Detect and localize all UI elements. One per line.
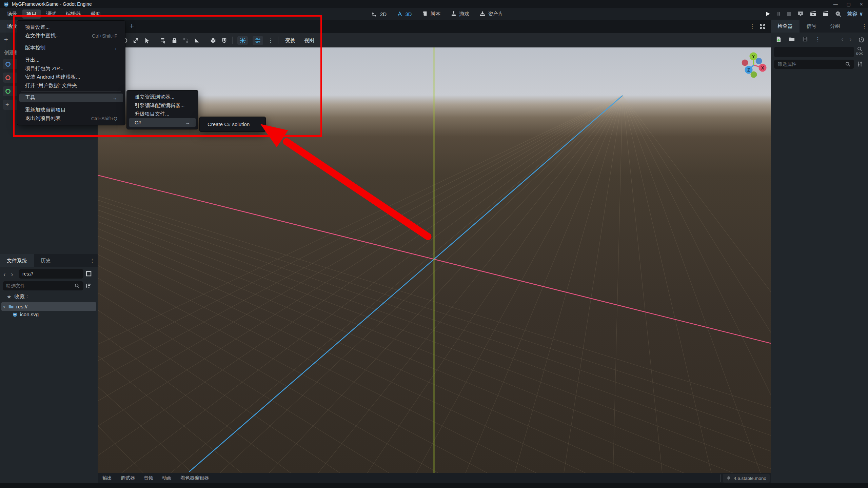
group-icon[interactable] (182, 37, 189, 44)
filter-properties-input[interactable]: 筛选属性 (774, 60, 854, 69)
path-field[interactable]: res:// (19, 269, 83, 279)
new-resource-icon[interactable] (775, 36, 782, 42)
play-current-scene-button[interactable] (810, 11, 816, 17)
menu-item-csharp[interactable]: C#→ (129, 118, 196, 127)
save-resource-icon[interactable] (802, 36, 808, 42)
menu-editor[interactable]: 编辑器 (62, 9, 85, 19)
play-scene-button[interactable] (797, 11, 804, 17)
toolbar-separator (155, 37, 155, 44)
local-space-icon[interactable] (210, 37, 216, 44)
history-forward-icon[interactable]: › (849, 35, 852, 43)
menu-item-orphan-resource-explorer[interactable]: 孤立资源浏览器... (129, 93, 196, 101)
toolbar-separator (205, 37, 205, 44)
viewport-3d[interactable] (98, 47, 771, 473)
resource-extra-icon[interactable]: ⋮ (815, 36, 821, 42)
gizmo-neg-x[interactable] (742, 60, 748, 66)
scale-tool-icon[interactable] (133, 37, 139, 44)
tree-row-iconsvg[interactable]: icon.svg (12, 311, 39, 317)
tab-signals[interactable]: 信号 (800, 20, 823, 33)
add-node-icon[interactable]: + (4, 36, 8, 44)
menu-item-version-control[interactable]: 版本控制→ (19, 44, 123, 52)
filter-files-input[interactable]: 筛选文件 (3, 281, 83, 290)
tab-3d[interactable]: 3D (397, 11, 412, 17)
submenu-arrow-icon: → (112, 45, 117, 51)
menu-help[interactable]: 帮助 (86, 9, 105, 19)
menu-scene[interactable]: 场景 (3, 9, 21, 19)
menu-item-create-csharp-solution[interactable]: Create C# solution (202, 120, 263, 128)
tab-2d[interactable]: 2D (372, 11, 387, 17)
history-icon[interactable] (858, 37, 865, 43)
preview-sun-toggle[interactable] (237, 36, 248, 45)
menu-item-project-settings[interactable]: 项目设置... (19, 23, 123, 32)
menu-item-quit-to-project-list[interactable]: 退出到项目列表Ctrl+Shift+Q (19, 114, 123, 123)
menu-item-reload-project[interactable]: 重新加载当前项目 (19, 106, 123, 114)
snap-icon[interactable] (221, 37, 228, 44)
game-icon (451, 11, 457, 17)
transform-menu[interactable]: 变换 (283, 37, 297, 44)
view-menu[interactable]: 视图 (302, 37, 316, 44)
pause-button[interactable] (776, 12, 781, 16)
view-gizmo[interactable]: Y X Z (732, 49, 773, 83)
menu-item-engine-compilation-editor[interactable]: 引擎编译配置编辑器... (129, 101, 196, 110)
tab-game[interactable]: 游戏 (451, 11, 469, 17)
select-tool-icon[interactable] (144, 37, 150, 44)
menu-item-find-in-files[interactable]: 在文件中查找...Ctrl+Shift+F (19, 32, 123, 40)
new-scene-tab-icon[interactable]: + (130, 22, 134, 30)
tab-inspector[interactable]: 检查器 (771, 20, 800, 33)
stop-button[interactable] (787, 12, 791, 16)
split-view-icon[interactable] (85, 270, 92, 277)
menu-item-tools[interactable]: 工具→ (19, 94, 123, 102)
tab-filesystem[interactable]: 文件系统 (0, 254, 34, 267)
menu-item-open-userdata-folder[interactable]: 打开 “用户数据” 文件夹 (19, 81, 123, 90)
tree-row-res[interactable]: ∨ res:// (1, 302, 96, 311)
node-name-bar (774, 47, 854, 57)
doc-search-icon[interactable]: DOC (856, 46, 864, 55)
movie-maker-button[interactable] (835, 11, 842, 17)
tab-audio[interactable]: 音频 (144, 475, 153, 481)
menu-project[interactable]: 项目 (22, 9, 41, 19)
search-icon (74, 283, 80, 289)
menu-separator (21, 104, 121, 104)
tab-debugger[interactable]: 调试器 (121, 475, 135, 481)
viewport-grid-axes (98, 47, 771, 473)
lock-icon[interactable] (171, 37, 178, 44)
nav-back-icon[interactable]: ‹ (3, 270, 6, 278)
sort-files-icon[interactable] (85, 283, 92, 289)
menu-item-install-android-template[interactable]: 安装 Android 构建模板... (19, 73, 123, 81)
maximize-button[interactable]: ▢ (847, 2, 851, 7)
workspace-switcher: 2D 3D 脚本 游戏 资产库 (372, 8, 503, 20)
load-resource-icon[interactable] (789, 36, 795, 42)
tab-script[interactable]: 脚本 (422, 11, 440, 17)
renderer-selector[interactable]: 兼容∨ (847, 11, 863, 17)
close-button[interactable]: ✕ (860, 2, 863, 7)
history-back-icon[interactable]: ‹ (841, 35, 844, 43)
lighting-menu-icon[interactable]: ⋮ (268, 37, 273, 44)
menu-item-pack-zip[interactable]: 项目打包为 ZIP... (19, 64, 123, 73)
ruler-icon[interactable] (194, 37, 200, 44)
viewport-menu-icon[interactable]: ⋮ (749, 23, 755, 30)
inspector-menu-icon[interactable]: ⋮ (862, 23, 867, 29)
minimize-button[interactable]: — (833, 2, 838, 7)
gizmo-neg-z[interactable] (756, 58, 762, 64)
menu-item-upgrade-project-files[interactable]: 升级项目文件... (129, 110, 196, 118)
tab-groups[interactable]: 分组 (823, 20, 847, 33)
tab-output[interactable]: 输出 (102, 475, 112, 481)
play-custom-scene-button[interactable] (822, 11, 829, 17)
preview-environment-toggle[interactable] (253, 36, 263, 45)
play-button[interactable] (765, 11, 771, 17)
fullscreen-icon[interactable] (760, 23, 766, 29)
folder-icon (8, 304, 14, 309)
filesystem-menu-icon[interactable]: ⋮ (90, 258, 95, 264)
menu-item-export[interactable]: 导出... (19, 56, 123, 64)
tab-history[interactable]: 历史 (34, 254, 58, 267)
tab-shader-editor[interactable]: 着色器编辑器 (180, 475, 209, 481)
toolbar-separator (278, 37, 278, 44)
tab-animation[interactable]: 动画 (162, 475, 172, 481)
menu-debug[interactable]: 调试 (42, 9, 60, 19)
chevron-expand-icon[interactable]: ∨ (3, 304, 6, 309)
property-tools-icon[interactable] (857, 61, 863, 67)
version-button[interactable]: 4.6.stable.mono (723, 474, 770, 483)
list-select-icon[interactable] (160, 37, 166, 44)
tab-assetlib[interactable]: 资产库 (479, 11, 503, 17)
nav-forward-icon[interactable]: › (11, 270, 13, 278)
